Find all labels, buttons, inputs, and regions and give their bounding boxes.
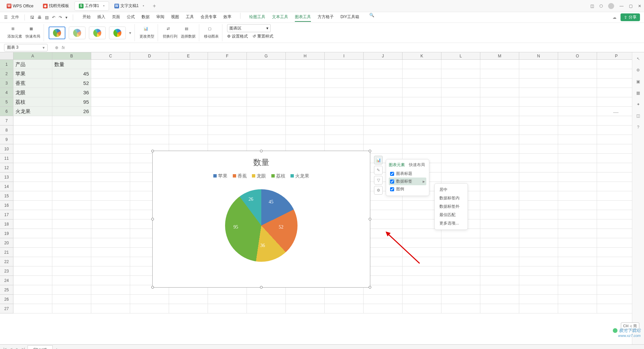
cell[interactable] [480,107,519,116]
tab-doc[interactable]: W文字文稿1• [110,1,148,11]
chart-style-1[interactable] [49,27,65,39]
grid[interactable]: A B C D E F G H I J K L M N O P 12345678… [0,52,632,344]
cell[interactable] [597,60,632,69]
cell[interactable] [597,144,632,154]
cell[interactable] [441,163,480,172]
cell[interactable] [325,107,364,116]
cell[interactable] [52,285,91,295]
chart-style-4[interactable] [109,27,126,39]
print-preview-icon[interactable]: ▤ [45,15,49,20]
menu-insert[interactable]: 插入 [97,13,105,22]
cell[interactable] [402,304,441,313]
cell[interactable] [91,201,130,210]
col-header[interactable]: N [519,52,558,59]
cell[interactable] [441,154,480,163]
cell[interactable] [519,304,558,313]
cell[interactable] [364,60,402,69]
cell[interactable] [402,79,441,88]
cell[interactable] [441,304,480,313]
dropdown-icon[interactable]: ▾ [65,15,67,20]
cell[interactable] [480,304,519,313]
cell[interactable] [130,79,169,88]
cell[interactable]: 52 [52,79,91,88]
cell[interactable] [441,257,480,266]
cell[interactable] [480,248,519,257]
cell[interactable] [519,238,558,248]
row-header[interactable]: 20 [0,238,13,248]
menu-tools[interactable]: 工具 [186,13,194,22]
cell[interactable] [130,295,169,304]
cube-icon[interactable]: ⬡ [599,4,603,8]
cell[interactable] [480,154,519,163]
cell[interactable] [558,219,597,229]
cell[interactable] [402,144,441,154]
cell[interactable] [325,116,364,126]
cell[interactable] [208,88,247,97]
cell[interactable] [597,295,632,304]
cell[interactable] [13,304,52,313]
cell[interactable] [91,60,130,69]
col-header[interactable]: O [558,52,597,59]
close-icon[interactable]: ✕ [638,4,641,8]
cell[interactable] [325,304,364,313]
cell[interactable] [91,88,130,97]
cell[interactable] [130,116,169,126]
col-header[interactable]: J [364,52,402,59]
row-header[interactable]: 6 [0,107,13,116]
cell[interactable] [597,248,632,257]
cell[interactable] [52,172,91,182]
cell[interactable] [597,238,632,248]
cell[interactable] [480,266,519,276]
cell[interactable] [558,201,597,210]
cell[interactable] [91,79,130,88]
cell[interactable] [402,107,441,116]
cell[interactable] [91,248,130,257]
search-icon[interactable]: 🔍 [369,13,374,22]
chart-area-select[interactable]: 图表区▾ [227,24,271,32]
cell[interactable] [13,135,52,144]
cell[interactable] [286,88,325,97]
menu-chart-tools[interactable]: 图表工具 [295,13,311,22]
cell[interactable] [558,295,597,304]
cell[interactable] [558,126,597,135]
cell[interactable]: 26 [52,107,91,116]
cell[interactable] [286,304,325,313]
window-tile-icon[interactable]: ◫ [590,4,594,8]
cell[interactable] [208,304,247,313]
cell[interactable] [13,201,52,210]
checkbox[interactable] [390,180,394,184]
cell[interactable] [597,304,632,313]
cell[interactable] [480,126,519,135]
cell[interactable] [13,238,52,248]
help-icon[interactable]: ? [637,125,639,130]
cell[interactable] [558,248,597,257]
reset-style-button[interactable]: ↺ 重置样式 [253,34,273,39]
cell[interactable] [247,69,286,79]
row-header[interactable]: 21 [0,248,13,257]
menu-data[interactable]: 数据 [142,13,150,22]
cell[interactable] [402,69,441,79]
row-header[interactable]: 15 [0,191,13,201]
checkbox[interactable] [390,172,394,176]
cell[interactable] [558,69,597,79]
cell[interactable] [597,116,632,126]
cell[interactable] [130,88,169,97]
cell[interactable] [402,238,441,248]
cell[interactable]: 95 [52,97,91,107]
cell[interactable] [247,304,286,313]
sheet-tab[interactable]: Sheet1 [28,345,53,349]
menu-member[interactable]: 会员专享 [201,13,217,22]
menu-review[interactable]: 审阅 [156,13,164,22]
cell[interactable] [52,182,91,191]
col-header[interactable]: M [480,52,519,59]
cell[interactable] [13,285,52,295]
cell[interactable] [364,97,402,107]
menu-text-tools[interactable]: 文本工具 [272,13,288,22]
cell[interactable] [558,266,597,276]
submenu-outside[interactable]: 数据标签外 [437,202,466,211]
cell[interactable] [286,126,325,135]
cell[interactable] [286,60,325,69]
tab-add-button[interactable]: + [150,3,159,9]
cell[interactable] [519,88,558,97]
cell[interactable] [364,295,402,304]
